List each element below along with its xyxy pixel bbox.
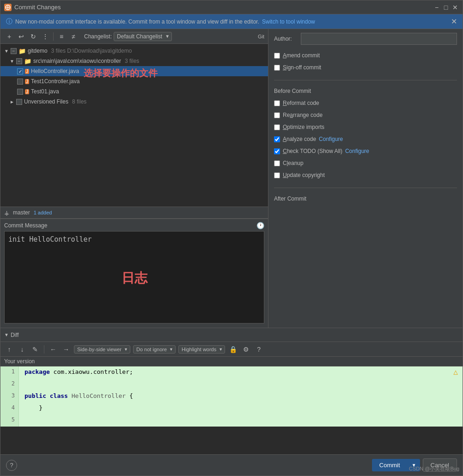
- check-todo-label[interactable]: Check TODO (Show All): [283, 148, 342, 154]
- analyze-code-label[interactable]: Analyze code: [283, 136, 316, 142]
- refresh-button[interactable]: ↻: [28, 31, 38, 42]
- hello-label: HelloController.java: [31, 68, 79, 74]
- undo-button[interactable]: ↩: [16, 31, 26, 42]
- analyze-configure-link[interactable]: Configure: [319, 136, 343, 142]
- reformat-code-label[interactable]: Reformat code: [283, 100, 319, 106]
- diff-line-4: 4 }: [0, 403, 463, 415]
- amend-commit-label[interactable]: Amend commit: [283, 52, 320, 59]
- test1-label: Test1Controller.java: [31, 78, 79, 85]
- group-button[interactable]: ⋮: [40, 31, 50, 42]
- banner-close-button[interactable]: ✕: [451, 17, 457, 26]
- minimize-button[interactable]: −: [433, 4, 440, 11]
- commit-message-area: Commit Message 🕐 init HelloController 日志: [0, 219, 268, 328]
- diff-edit-button[interactable]: ✎: [30, 344, 40, 354]
- diff-toolbar: ↑ ↓ ✎ ← → Side-by-side viewer ▼ Do not i…: [0, 342, 463, 357]
- reformat-code-row: Reformat code: [274, 100, 457, 106]
- amend-commit-checkbox[interactable]: [274, 53, 280, 59]
- separator-1: [53, 32, 54, 41]
- ignore-dropdown-label: Do not ignore: [136, 347, 167, 352]
- clock-icon: 🕐: [256, 222, 264, 229]
- diff-prev-button[interactable]: ←: [48, 344, 58, 354]
- your-version-label: Your version: [4, 358, 35, 365]
- update-copyright-checkbox[interactable]: [274, 172, 280, 178]
- git-icon: [4, 4, 12, 11]
- line-content-4: }: [19, 403, 463, 415]
- divider-2: [274, 188, 457, 188]
- settings-button[interactable]: ⚙: [241, 344, 251, 354]
- update-copyright-label[interactable]: Update copyright: [283, 172, 325, 178]
- tree-file-hello[interactable]: ✓ J HelloController.java: [0, 66, 268, 76]
- tree-file-test01[interactable]: J Test01.java: [0, 86, 268, 97]
- diff-sep-1: [44, 345, 44, 354]
- diff-next-button[interactable]: →: [61, 344, 71, 354]
- signoff-commit-label[interactable]: Sign-off commit: [283, 64, 321, 71]
- root-folder-icon: 📁: [18, 48, 26, 55]
- src-checkbox[interactable]: −: [16, 58, 22, 64]
- tree-unversioned[interactable]: ► Unversioned Files 8 files: [0, 97, 268, 107]
- signoff-commit-checkbox[interactable]: [274, 65, 280, 71]
- bottom-buttons: ? Commit ▼ Cancel: [0, 454, 463, 476]
- author-input[interactable]: [301, 33, 457, 45]
- diff-up-button[interactable]: ↑: [4, 344, 14, 354]
- lock-button[interactable]: 🔒: [228, 344, 238, 354]
- test1-checkbox[interactable]: [17, 79, 23, 85]
- highlight-dropdown[interactable]: Highlight words ▼: [178, 345, 225, 354]
- title-bar: Commit Changes − □ ✕: [0, 0, 463, 14]
- main-window: Commit Changes − □ ✕ ⓘ New non-modal com…: [0, 0, 463, 476]
- optimize-imports-checkbox[interactable]: [274, 124, 280, 130]
- tree-src-folder[interactable]: ▼ − 📁 src\main\java\com\xiaowu\controlle…: [0, 56, 268, 66]
- line-num-3: 3: [0, 391, 19, 403]
- optimize-imports-label[interactable]: Optimize imports: [283, 124, 324, 130]
- cleanup-checkbox[interactable]: [274, 160, 280, 166]
- ignore-dropdown[interactable]: Do not ignore ▼: [133, 345, 176, 354]
- test01-checkbox[interactable]: [17, 89, 23, 95]
- tree-root[interactable]: ▼ − 📁 gitdemo 3 files D:\Download\java\g…: [0, 46, 268, 56]
- viewer-dropdown-label: Side-by-side viewer: [77, 347, 122, 352]
- cleanup-label[interactable]: Cleanup: [283, 160, 304, 166]
- commit-button[interactable]: Commit: [372, 459, 408, 471]
- java-file-icon-test1: J: [25, 79, 29, 84]
- diff-header: ▼ Diff: [0, 328, 463, 342]
- diff-down-button[interactable]: ↓: [17, 344, 27, 354]
- expand-button[interactable]: ≡: [56, 31, 67, 42]
- viewer-dropdown[interactable]: Side-by-side viewer ▼: [74, 345, 130, 354]
- analyze-code-checkbox[interactable]: [274, 136, 280, 142]
- line-content-1: package com.xiaowu.controller;: [19, 366, 463, 378]
- diff-line-5: 5: [0, 415, 463, 427]
- check-todo-checkbox[interactable]: [274, 148, 280, 154]
- java-file-icon-test01: J: [25, 89, 29, 94]
- analyze-code-row: Analyze code Configure: [274, 136, 457, 142]
- add-button[interactable]: +: [4, 31, 14, 42]
- commit-message-header: Commit Message 🕐: [4, 222, 264, 229]
- root-checkbox[interactable]: −: [11, 48, 17, 54]
- signoff-commit-row: Sign-off commit: [274, 64, 457, 71]
- rearrange-code-label[interactable]: Rearrange code: [283, 112, 323, 118]
- hello-checkbox[interactable]: ✓: [17, 68, 23, 74]
- line-content-5: [19, 415, 463, 427]
- after-commit-title: After Commit: [274, 195, 457, 202]
- todo-configure-link[interactable]: Configure: [345, 148, 369, 154]
- info-banner: ⓘ New non-modal commit interface is avai…: [0, 14, 463, 29]
- commit-message-input[interactable]: init HelloController: [4, 231, 264, 323]
- help-button[interactable]: ?: [6, 460, 17, 471]
- unversioned-checkbox[interactable]: [16, 99, 22, 105]
- banner-link[interactable]: Switch to tool window: [262, 18, 315, 25]
- diff-title[interactable]: ▼ Diff: [4, 332, 19, 338]
- cleanup-row: Cleanup: [274, 160, 457, 166]
- left-panel: + ↩ ↻ ⋮ ≡ ≠ Changelist: Default Changeli…: [0, 29, 268, 328]
- maximize-button[interactable]: □: [442, 4, 450, 11]
- title-bar-left: Commit Changes: [4, 4, 61, 11]
- rearrange-code-checkbox[interactable]: [274, 112, 280, 118]
- branch-status-bar: ⚶ master 1 added: [0, 207, 268, 219]
- author-row: Author:: [274, 33, 457, 45]
- tree-file-test1[interactable]: J Test1Controller.java: [0, 76, 268, 86]
- test01-label: Test01.java: [31, 88, 59, 95]
- close-button[interactable]: ✕: [451, 4, 459, 11]
- changelist-dropdown[interactable]: Default Changelist ▼: [114, 32, 172, 41]
- reformat-code-checkbox[interactable]: [274, 100, 280, 106]
- diff-help-button[interactable]: ?: [254, 344, 264, 354]
- warning-icon: △: [453, 367, 458, 376]
- root-label: gitdemo: [28, 48, 48, 54]
- collapse-button[interactable]: ≠: [68, 31, 79, 42]
- divider-1: [274, 80, 457, 80]
